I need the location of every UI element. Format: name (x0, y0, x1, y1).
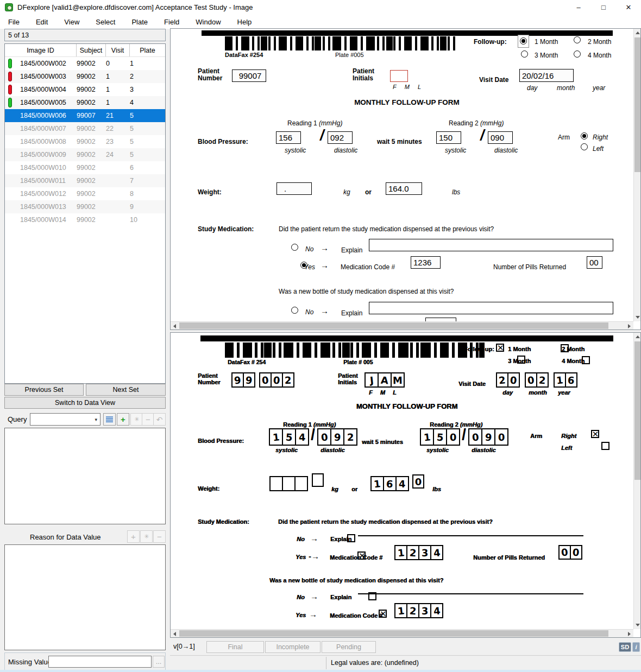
menu-field[interactable]: Field (156, 16, 187, 28)
table-row[interactable]: 1845/000W00899002235 (5, 135, 165, 148)
followup-1month-radio[interactable] (518, 35, 529, 48)
scan-arm-left-checkbox[interactable] (601, 442, 609, 450)
scan-weight-lbs-decimal-box[interactable]: 0 (412, 474, 424, 489)
delete-reason-button[interactable]: − (153, 530, 166, 543)
close-button[interactable]: ✕ (616, 0, 641, 15)
scan-followup-1month-checkbox[interactable]: ✕ (496, 344, 504, 352)
undo-query-button[interactable]: ↶ (153, 413, 166, 426)
missing-value-browse-button[interactable]: ... (153, 656, 165, 668)
scan-pn-group-b[interactable]: 0 0 2 (259, 372, 294, 388)
menu-edit[interactable]: Edit (28, 16, 56, 28)
bottom-v-scroll-thumb[interactable] (634, 341, 640, 480)
final-button[interactable]: Final (206, 641, 264, 653)
pending-button[interactable]: Pending (322, 641, 376, 653)
visit-date-input[interactable]: 20/02/16 (519, 69, 574, 82)
query-text-area[interactable] (4, 428, 166, 524)
scroll-left-icon[interactable] (171, 630, 179, 638)
scan-date-day-boxes[interactable]: 2 0 (496, 372, 520, 388)
table-row[interactable]: 1845/000W012990028 (5, 187, 165, 200)
scan-weight-kg-boxes[interactable] (269, 476, 308, 491)
q2-no-radio[interactable] (291, 307, 298, 314)
scroll-up-icon[interactable] (634, 333, 641, 341)
q1-medcode-input[interactable]: 1236 (411, 256, 441, 269)
top-vertical-scrollbar[interactable] (633, 29, 640, 321)
add-reason-button[interactable]: + (127, 530, 140, 543)
scan-weight-lbs-boxes[interactable]: 1 6 4 (370, 476, 409, 491)
scroll-up-icon[interactable] (634, 29, 641, 37)
followup-3month-radio[interactable] (521, 50, 528, 58)
scan-pills-boxes[interactable]: 0 0 (558, 545, 582, 560)
minimize-button[interactable]: – (566, 0, 591, 15)
reason-text-area[interactable] (4, 544, 166, 650)
q1-explain-input[interactable] (369, 239, 613, 251)
scroll-down-icon[interactable] (634, 621, 641, 629)
bottom-vertical-scrollbar[interactable] (633, 333, 640, 629)
top-h-scroll-thumb[interactable] (179, 322, 608, 329)
bottom-h-scroll-thumb[interactable] (179, 630, 608, 637)
scan-initials-boxes[interactable]: J A M (365, 372, 405, 388)
pills-input[interactable]: 00 (587, 256, 602, 269)
scan-pn-group-a[interactable]: 9 9 (231, 372, 255, 388)
menu-select[interactable]: Select (87, 16, 123, 28)
info-badge[interactable]: i (632, 642, 640, 652)
scroll-right-icon[interactable] (625, 322, 633, 330)
incomplete-button[interactable]: Incomplete (265, 641, 320, 653)
query-dropdown[interactable]: ▾ (30, 413, 100, 426)
menu-help[interactable]: Help (229, 16, 260, 28)
scroll-left-icon[interactable] (171, 322, 179, 330)
delete-query-button[interactable]: − (142, 413, 154, 426)
scan-r2-dia-boxes[interactable]: 0 9 0 (468, 428, 508, 446)
column-subject[interactable]: Subject (77, 44, 106, 56)
q1-no-radio[interactable] (291, 244, 298, 251)
arm-right-radio[interactable] (581, 132, 588, 140)
column-image-id[interactable]: Image ID (5, 44, 77, 56)
scroll-down-icon[interactable] (634, 313, 641, 321)
q2-explain-input[interactable] (369, 302, 613, 314)
next-set-button[interactable]: Next Set (86, 384, 166, 396)
menu-plate[interactable]: Plate (123, 16, 156, 28)
scan-r1-sys-boxes[interactable]: 1 5 4 (269, 428, 309, 446)
weight-lbs-input[interactable]: 164.0 (386, 182, 422, 195)
top-horizontal-scrollbar[interactable] (171, 321, 633, 329)
top-v-scroll-thumb[interactable] (634, 37, 640, 172)
patient-number-input[interactable]: 99007 (232, 69, 266, 82)
table-row[interactable]: 1845/000W0149900210 (5, 213, 165, 226)
maximize-button[interactable]: □ (591, 0, 616, 15)
scan-date-month-boxes[interactable]: 0 2 (525, 372, 549, 388)
scan-weight-kg-decimal-box[interactable] (312, 473, 324, 487)
missing-value-input[interactable] (48, 656, 152, 668)
table-row[interactable]: 1845/000W00999002245 (5, 148, 165, 161)
add-query-button[interactable]: + (117, 413, 129, 426)
table-row[interactable]: 1845/000W010990026 (5, 161, 165, 174)
menu-window[interactable]: Window (187, 16, 229, 28)
column-visit[interactable]: Visit (106, 44, 130, 56)
version-indicator[interactable]: v[0→1] (173, 643, 195, 650)
bp-r1-diastolic-input[interactable]: 092 (328, 131, 353, 144)
table-row[interactable]: 1845/000W0039900212 (5, 70, 165, 83)
bottom-horizontal-scrollbar[interactable] (171, 629, 633, 637)
previous-set-button[interactable]: Previous Set (4, 384, 84, 396)
bp-r1-systolic-input[interactable]: 156 (276, 131, 301, 144)
menu-view[interactable]: View (56, 16, 87, 28)
edit-reason-button[interactable]: ✳ (140, 530, 153, 543)
sd-badge[interactable]: SD (619, 642, 631, 652)
query-list-button[interactable] (103, 413, 116, 426)
table-row[interactable]: 1845/000W0049900213 (5, 83, 165, 96)
bp-r2-systolic-input[interactable]: 150 (436, 131, 461, 144)
table-row[interactable]: 1845/000W013990029 (5, 200, 165, 213)
table-row[interactable]: 1845/000W00799002225 (5, 122, 165, 135)
scan-medcode1-boxes[interactable]: 1 2 3 4 (394, 545, 443, 560)
patient-initials-input[interactable] (390, 70, 408, 82)
scan-medcode2-boxes[interactable]: 1 2 3 4 (394, 603, 443, 618)
scroll-right-icon[interactable] (625, 630, 633, 638)
table-row[interactable]: 1845/000W011990027 (5, 174, 165, 187)
scan-r2-sys-boxes[interactable]: 1 5 0 (420, 428, 460, 446)
table-row[interactable]: 1845/000W0059900214 (5, 96, 165, 109)
scan-date-year-boxes[interactable]: 1 6 (554, 372, 577, 388)
followup-2month-radio[interactable] (574, 36, 581, 43)
scan-r1-dia-boxes[interactable]: 0 9 2 (317, 428, 357, 446)
column-plate[interactable]: Plate (130, 44, 165, 56)
edit-query-button[interactable]: ✳ (130, 413, 143, 426)
followup-4month-radio[interactable] (574, 50, 581, 58)
weight-kg-input[interactable]: . (276, 182, 312, 195)
